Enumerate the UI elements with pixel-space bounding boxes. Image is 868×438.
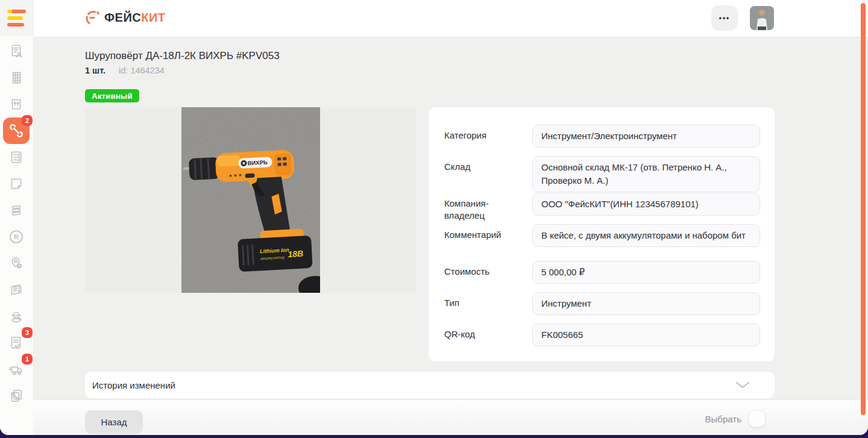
item-quantity: 1 шт. [85, 66, 105, 75]
app-window: 2 [0, 0, 868, 435]
sidebar-item-geo-time[interactable] [3, 250, 30, 277]
field-owner-company: Компания-владелец ООО "ФейсКИТ"(ИНН 1234… [444, 193, 760, 216]
document-user-icon [8, 43, 24, 59]
field-label: Тип [444, 297, 523, 309]
svg-text:18В: 18В [288, 249, 303, 259]
comment-input[interactable]: В кейсе, с двумя аккумуляторами и наборо… [532, 224, 760, 247]
select-control: Выбрать [705, 410, 766, 428]
more-actions-button[interactable]: ••• [711, 5, 738, 31]
sidebar-item-warehouse-box[interactable] [3, 91, 30, 117]
svg-text:ВИХРЬ: ВИХРЬ [247, 158, 268, 166]
checklist-icon [8, 149, 24, 165]
status-badge: Активный [85, 89, 139, 102]
sidebar-item-repair-docs[interactable] [3, 383, 30, 409]
field-type: Тип Инструмент [444, 292, 760, 315]
sidebar-item-tools[interactable]: 2 [3, 117, 30, 144]
category-input[interactable]: Инструмент/Электроинструмент [532, 125, 760, 148]
hamburger-menu-icon[interactable] [0, 0, 33, 36]
field-label: Стоимость [444, 266, 523, 278]
logo-text: ФЕЙСКИТ [104, 11, 166, 25]
building-icon [8, 70, 24, 86]
sidebar-item-stack[interactable] [3, 197, 30, 224]
item-id: id: 1464234 [119, 66, 165, 75]
document-approved-badge: 3 [22, 327, 33, 338]
sidebar-item-delivery[interactable]: 1 [3, 356, 30, 383]
logo[interactable]: ФЕЙСКИТ [84, 10, 166, 26]
registered-mark-icon: R [8, 228, 25, 245]
user-avatar[interactable] [750, 6, 774, 30]
sidebar-item-document-approved[interactable]: 3 [3, 330, 30, 356]
wrench-icon [8, 123, 24, 139]
back-button[interactable]: Назад [85, 410, 143, 434]
vertical-scrollbar[interactable] [861, 3, 866, 415]
worker-helmet-icon [8, 308, 24, 324]
product-image-card: ВИХРЬ Lithium Ion аккумулятор 18В [85, 107, 416, 293]
select-checkbox[interactable] [749, 410, 766, 427]
field-label: Категория [444, 130, 523, 142]
product-photo: ВИХРЬ Lithium Ion аккумулятор 18В [181, 107, 320, 293]
sidebar-item-document-user[interactable] [3, 38, 30, 64]
svg-text:R: R [14, 233, 19, 240]
history-title: История изменений [92, 380, 735, 390]
box-arrows-icon [8, 96, 24, 112]
field-warehouse: Склад Основной склад МК-17 (отв. Петренк… [444, 156, 760, 192]
field-cost: Стоимость 5 000,00 ₽ [444, 261, 760, 284]
delivery-badge: 1 [22, 354, 33, 364]
select-label: Выбрать [705, 414, 741, 424]
note-page-icon [8, 176, 24, 192]
details-card: Категория Инструмент/Электроинструмент С… [429, 107, 775, 361]
tools-badge: 2 [22, 115, 33, 126]
footer-bar: Назад Выбрать [33, 399, 868, 435]
sidebar-item-checklist[interactable] [3, 144, 30, 171]
sidebar-item-blueprint[interactable] [3, 277, 30, 303]
field-label: Склад [444, 161, 523, 173]
type-input[interactable]: Инструмент [532, 292, 760, 315]
item-meta: 1 шт. id: 1464234 [85, 66, 165, 75]
logo-icon [84, 10, 101, 26]
history-accordion[interactable]: История изменений [85, 372, 775, 398]
document-check-icon [8, 335, 24, 351]
sidebar: 2 [0, 0, 34, 435]
field-comment: Комментарий В кейсе, с двумя аккумулятор… [444, 224, 760, 247]
sidebar-nav: 2 [0, 38, 33, 409]
sidebar-item-building[interactable] [3, 64, 30, 91]
blueprint-icon [8, 282, 24, 298]
owner-company-input[interactable]: ООО "ФейсКИТ"(ИНН 123456789101) [532, 193, 760, 216]
qr-code-input[interactable]: FK005665 [532, 324, 760, 346]
sidebar-item-worker[interactable] [3, 303, 30, 330]
field-category: Категория Инструмент/Электроинструмент [444, 125, 760, 148]
sidebar-item-registered[interactable]: R [3, 224, 30, 250]
header: ФЕЙСКИТ ••• [33, 0, 868, 37]
field-label: Компания-владелец [444, 198, 523, 222]
field-qr-code: QR-код FK005665 [444, 324, 760, 346]
stack-icon [8, 202, 24, 218]
field-label: Комментарий [444, 229, 523, 241]
sidebar-item-note[interactable] [3, 171, 30, 197]
warehouse-input[interactable]: Основной склад МК-17 (отв. Петренко Н. А… [532, 156, 760, 192]
field-label: QR-код [444, 328, 523, 340]
truck-icon [8, 361, 24, 377]
pages-wrench-icon [8, 388, 24, 404]
page-title: Шуруповёрт ДА-18Л-2К ВИХРЬ #KPV053 [85, 50, 280, 62]
avatar-image [750, 6, 774, 30]
map-pin-clock-icon [8, 255, 24, 271]
chevron-down-icon [735, 381, 750, 389]
cost-input[interactable]: 5 000,00 ₽ [532, 261, 760, 284]
